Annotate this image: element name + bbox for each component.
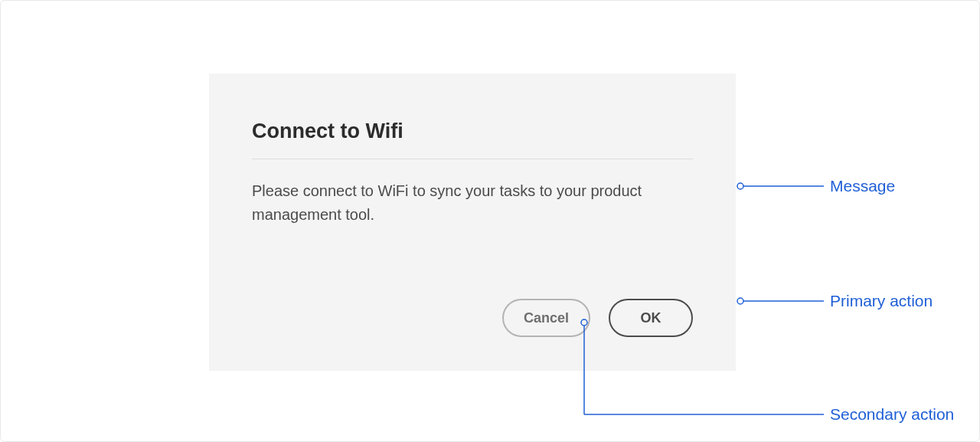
cancel-button[interactable]: Cancel (502, 299, 590, 337)
annotation-primary-label: Primary action (830, 292, 933, 310)
annotation-message-label: Message (830, 177, 895, 195)
dialog-message: Please connect to WiFi to sync your task… (252, 179, 665, 227)
ok-button[interactable]: OK (609, 299, 693, 337)
svg-point-0 (737, 183, 743, 189)
button-row: Cancel OK (502, 299, 693, 337)
svg-point-2 (737, 298, 743, 304)
divider (252, 159, 693, 159)
dialog: Connect to Wifi Please connect to WiFi t… (209, 74, 736, 371)
annotation-secondary-label: Secondary action (830, 405, 954, 424)
dialog-title: Connect to Wifi (252, 120, 693, 143)
